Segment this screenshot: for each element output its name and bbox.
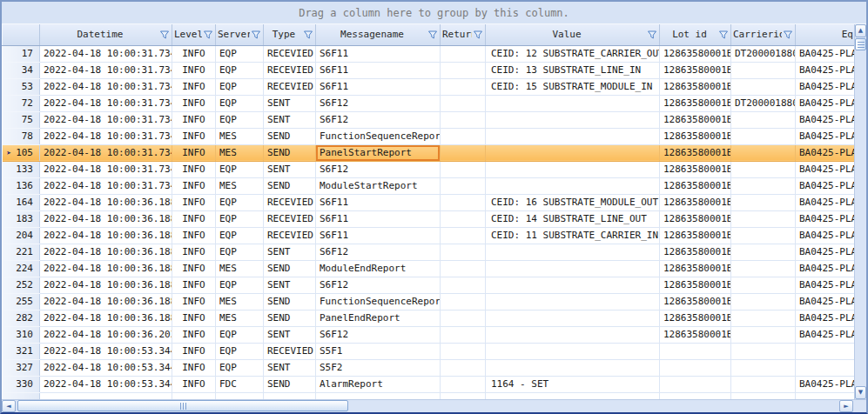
- cell-type[interactable]: SENT: [264, 161, 316, 177]
- cell-value[interactable]: [486, 161, 660, 177]
- cell-value[interactable]: CEID: 13 SUBSTRATE_LINE_IN: [486, 62, 660, 78]
- cell-value[interactable]: [486, 177, 660, 194]
- cell-server[interactable]: EQP: [216, 62, 264, 78]
- cell-eq[interactable]: BA0425-PLA: [796, 78, 855, 95]
- cell-eq[interactable]: BA0425-PLA: [796, 128, 855, 144]
- cell-return[interactable]: [441, 144, 486, 161]
- cell-server[interactable]: EQP: [216, 277, 264, 293]
- cell-return[interactable]: [441, 210, 486, 227]
- cell-messagename[interactable]: S6F11: [316, 45, 441, 62]
- table-row[interactable]: 532022-04-18 10:00:31.734INFOEQPRECEVIED…: [3, 78, 855, 95]
- table-row[interactable]: 1332022-04-18 10:00:31.734INFOEQPSENTS6F…: [3, 161, 855, 177]
- cell-type[interactable]: RECEVIED: [264, 227, 316, 244]
- cell-level[interactable]: INFO: [172, 194, 216, 210]
- cell-indicator[interactable]: 282: [3, 310, 40, 326]
- cell-type[interactable]: RECEVIED: [264, 78, 316, 95]
- cell-carrierid[interactable]: [731, 326, 796, 343]
- cell-return[interactable]: [441, 244, 486, 260]
- cell-carrierid[interactable]: [731, 144, 796, 161]
- cell-lotid[interactable]: 12863580001B: [660, 144, 731, 161]
- cell-return[interactable]: [441, 177, 486, 194]
- cell-datetime[interactable]: 2022-04-18 10:00:53.344: [40, 343, 172, 359]
- cell-type[interactable]: SEND: [264, 260, 316, 277]
- cell-datetime[interactable]: 2022-04-18 10:00:31.734: [40, 78, 172, 95]
- cell-value[interactable]: [486, 359, 660, 376]
- cell-indicator[interactable]: 327: [3, 359, 40, 376]
- cell-datetime[interactable]: 2022-04-18 10:00:36.188: [40, 277, 172, 293]
- cell-lotid[interactable]: 12863580001B: [660, 293, 731, 310]
- cell-lotid[interactable]: 12863580001B: [660, 260, 731, 277]
- cell-level[interactable]: INFO: [172, 244, 216, 260]
- cell-lotid[interactable]: [660, 359, 731, 376]
- cell-indicator[interactable]: 34: [3, 62, 40, 78]
- cell-level[interactable]: INFO: [172, 260, 216, 277]
- cell-type[interactable]: SEND: [264, 128, 316, 144]
- cell-eq[interactable]: BA0425-PLA: [796, 260, 855, 277]
- vertical-scroll-thumb[interactable]: [855, 38, 866, 50]
- column-header-level[interactable]: Level: [172, 24, 216, 45]
- cell-messagename[interactable]: S6F12: [316, 326, 441, 343]
- cell-indicator[interactable]: 136: [3, 177, 40, 194]
- cell-type[interactable]: SENT: [264, 95, 316, 111]
- cell-datetime[interactable]: 2022-04-18 10:00:31.734: [40, 45, 172, 62]
- cell-server[interactable]: MES: [216, 177, 264, 194]
- cell-indicator[interactable]: 310: [3, 326, 40, 343]
- filter-funnel-icon[interactable]: [473, 30, 483, 40]
- cell-datetime[interactable]: 2022-04-18 10:00:31.734: [40, 144, 172, 161]
- cell-carrierid[interactable]: [731, 260, 796, 277]
- cell-datetime[interactable]: 2022-04-18 10:00:36.188: [40, 227, 172, 244]
- cell-indicator[interactable]: 133: [3, 161, 40, 177]
- cell-messagename[interactable]: S6F12: [316, 111, 441, 128]
- table-row[interactable]: 1362022-04-18 10:00:31.734INFOMESSENDMod…: [3, 177, 855, 194]
- cell-lotid[interactable]: 12863580001B: [660, 78, 731, 95]
- cell-return[interactable]: [441, 161, 486, 177]
- cell-indicator[interactable]: 204: [3, 227, 40, 244]
- cell-messagename[interactable]: S6F11: [316, 194, 441, 210]
- cell-carrierid[interactable]: DT200001880: [731, 95, 796, 111]
- cell-messagename[interactable]: S6F12: [316, 244, 441, 260]
- table-row[interactable]: 2042022-04-18 10:00:36.188INFOEQPRECEVIE…: [3, 227, 855, 244]
- cell-return[interactable]: [441, 62, 486, 78]
- cell-eq[interactable]: BA0425-PLA: [796, 210, 855, 227]
- column-header-value[interactable]: Value: [486, 24, 660, 45]
- cell-level[interactable]: INFO: [172, 326, 216, 343]
- cell-datetime[interactable]: 2022-04-18 10:00:36.188: [40, 210, 172, 227]
- cell-return[interactable]: [441, 359, 486, 376]
- cell-return[interactable]: [441, 277, 486, 293]
- cell-eq[interactable]: BA0425-PLA: [796, 144, 855, 161]
- table-row[interactable]: 1832022-04-18 10:00:36.188INFOEQPRECEVIE…: [3, 210, 855, 227]
- cell-server[interactable]: EQP: [216, 78, 264, 95]
- cell-carrierid[interactable]: [731, 194, 796, 210]
- cell-server[interactable]: MES: [216, 260, 264, 277]
- cell-level[interactable]: INFO: [172, 227, 216, 244]
- filter-funnel-icon[interactable]: [718, 30, 729, 40]
- cell-carrierid[interactable]: [731, 359, 796, 376]
- cell-messagename[interactable]: S6F11: [316, 227, 441, 244]
- cell-lotid[interactable]: [660, 343, 731, 359]
- cell-carrierid[interactable]: [731, 310, 796, 326]
- table-row[interactable]: 2522022-04-18 10:00:36.188INFOEQPSENTS6F…: [3, 277, 855, 293]
- cell-carrierid[interactable]: [731, 376, 796, 392]
- table-row[interactable]: 3102022-04-18 10:00:36.203INFOEQPSENTS6F…: [3, 326, 855, 343]
- cell-lotid[interactable]: 12863580001B: [660, 62, 731, 78]
- cell-level[interactable]: INFO: [172, 359, 216, 376]
- cell-eq[interactable]: [796, 359, 855, 376]
- cell-indicator[interactable]: 17: [3, 45, 40, 62]
- cell-level[interactable]: INFO: [172, 95, 216, 111]
- cell-value[interactable]: [486, 343, 660, 359]
- cell-eq[interactable]: BA0425-PLA: [796, 111, 855, 128]
- cell-carrierid[interactable]: [731, 78, 796, 95]
- cell-datetime[interactable]: 2022-04-18 10:00:31.734: [40, 177, 172, 194]
- cell-datetime[interactable]: 2022-04-18 10:00:31.734: [40, 95, 172, 111]
- cell-carrierid[interactable]: [731, 161, 796, 177]
- cell-value[interactable]: CEID: 16 SUBSTRATE_MODULE_OUT: [486, 194, 660, 210]
- cell-value[interactable]: [486, 111, 660, 128]
- cell-type[interactable]: SEND: [264, 310, 316, 326]
- cell-lotid[interactable]: 12863580001B: [660, 95, 731, 111]
- cell-server[interactable]: EQP: [216, 161, 264, 177]
- cell-indicator[interactable]: 183: [3, 210, 40, 227]
- cell-datetime[interactable]: 2022-04-18 10:00:53.344: [40, 359, 172, 376]
- cell-value[interactable]: [486, 326, 660, 343]
- cell-messagename[interactable]: S5F1: [316, 343, 441, 359]
- cell-return[interactable]: [441, 326, 486, 343]
